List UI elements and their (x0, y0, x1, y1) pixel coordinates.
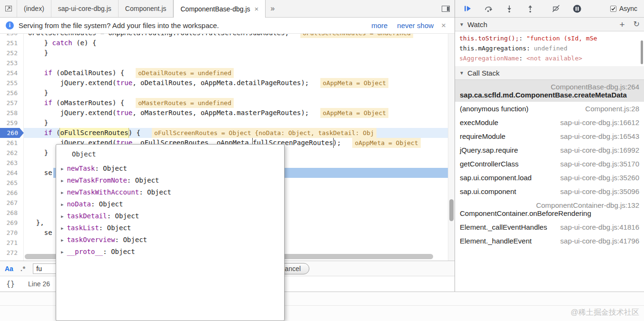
line-number[interactable]: 256 (0, 88, 24, 98)
line-number[interactable]: 254 (0, 68, 24, 78)
add-watch-icon[interactable]: + (619, 20, 624, 29)
line-number[interactable]: 258 (0, 108, 24, 118)
object-property[interactable]: ▶taskOverview: Object (61, 234, 284, 246)
object-property[interactable]: ▶newTaskFromNote: Object (61, 175, 284, 186)
line-number[interactable]: 263 (0, 158, 24, 168)
callstack-frame[interactable]: (anonymous function)Component.js:28 (455, 102, 644, 116)
callstack-section-header[interactable]: ▼ Call Stack (455, 66, 644, 80)
step-over-button[interactable] (484, 4, 493, 13)
expand-arrow-icon[interactable]: ▶ (61, 202, 63, 207)
editor-vertical-scrollbar[interactable] (448, 34, 455, 261)
expand-arrow-icon[interactable]: ▶ (61, 190, 63, 195)
watch-expression[interactable]: this.toString();: "function (sId, mSe (459, 33, 644, 43)
step-out-button[interactable] (525, 4, 535, 13)
line-number[interactable]: 266 (0, 188, 24, 198)
collapse-triangle-icon[interactable]: ▼ (459, 70, 464, 76)
line-number[interactable]: 251 (0, 38, 24, 48)
watch-expression[interactable]: this.mAggregations: undefined (459, 43, 644, 53)
file-tab[interactable]: sap-ui-core-dbg.js (51, 0, 119, 17)
pause-on-exceptions-button[interactable] (572, 4, 582, 13)
object-property[interactable]: ▶taskDetail: Object (61, 210, 284, 222)
callstack-frame[interactable]: sap.ui.component.loadsap-ui-core-dbg.js:… (455, 171, 644, 185)
async-checkbox[interactable] (610, 6, 616, 12)
step-into-button[interactable] (505, 4, 514, 13)
infobar-close-icon[interactable]: × (441, 21, 446, 30)
file-tab[interactable]: (index) (17, 0, 51, 17)
vertical-scroll-thumb[interactable] (449, 199, 454, 221)
line-number[interactable]: 259 (0, 118, 24, 128)
tab-close-icon[interactable]: × (255, 5, 259, 13)
watch-expression[interactable]: sAggregationName: <not available> (459, 53, 644, 63)
callstack-frame[interactable]: Element._handleEventsap-ui-core-dbg.js:4… (455, 234, 644, 248)
object-property[interactable]: ▶noData: Object (61, 198, 284, 210)
line-text: if (oMasterRoutes) {oMasterRoutes = unde… (24, 98, 448, 108)
debugger-sidebar: Async ▼ Watch + ↻ this.toString();: "fun… (455, 0, 644, 292)
property-value: Object (147, 188, 171, 196)
line-number[interactable]: 262 (0, 148, 24, 158)
expand-arrow-icon[interactable]: ▶ (61, 226, 63, 231)
highlighted-token[interactable]: oFullScreenRoutes (60, 128, 128, 138)
object-property[interactable]: ▶newTaskWithAccount: Object (61, 186, 284, 198)
callstack-frame[interactable]: ComponentBase-dbg.js:264sap.ca.scfld.md.… (455, 80, 644, 102)
expand-arrow-icon[interactable]: ▶ (61, 178, 63, 183)
line-number[interactable]: 250 (0, 34, 24, 38)
object-property[interactable]: ▶__proto__: Object (61, 246, 284, 258)
callstack-frame[interactable]: execModulesap-ui-core-dbg.js:16612 (455, 116, 644, 129)
refresh-watch-icon[interactable]: ↻ (634, 20, 640, 28)
code-segment: ) { (129, 128, 140, 138)
callstack-frame[interactable]: jQuery.sap.requiresap-ui-core-dbg.js:169… (455, 143, 644, 157)
object-property[interactable]: ▶taskList: Object (61, 222, 284, 234)
line-number[interactable]: 268 (0, 208, 24, 218)
expand-arrow-icon[interactable]: ▶ (61, 214, 63, 219)
expand-arrow-icon[interactable]: ▶ (61, 238, 63, 243)
frame-location: ComponentContainer-dbg.js:132 (460, 201, 639, 209)
expand-arrow-icon[interactable]: ▶ (61, 250, 63, 254)
line-number[interactable]: 260 (0, 128, 24, 138)
line-number[interactable]: 253 (0, 58, 24, 68)
tab-overflow-chevron[interactable]: » (266, 0, 279, 17)
file-tab[interactable]: Component.js (119, 0, 173, 17)
cursor-position: Line 26 (28, 280, 50, 288)
callstack-frame[interactable]: sap.ui.componentsap-ui-core-dbg.js:35096 (455, 185, 644, 198)
callstack-frame[interactable]: requireModulesap-ui-core-dbg.js:16543 (455, 129, 644, 143)
line-number[interactable]: 264 (0, 168, 24, 178)
line-number[interactable]: 270 (0, 228, 24, 238)
callstack-title: Call Stack (467, 69, 500, 77)
deactivate-breakpoints-button[interactable] (551, 4, 561, 13)
line-number[interactable]: 269 (0, 218, 24, 228)
regex-toggle[interactable]: .* (20, 265, 26, 272)
callstack-frame[interactable]: Element._callEventHandlessap-ui-core-dbg… (455, 220, 644, 234)
callstack-frame[interactable]: ComponentContainer-dbg.js:132ComponentCo… (455, 198, 644, 220)
pretty-print-icon[interactable]: {} (6, 280, 15, 288)
line-number[interactable]: 255 (0, 78, 24, 88)
navigator-icon[interactable] (0, 0, 17, 17)
panel-toggle-icon[interactable] (437, 0, 455, 17)
line-number[interactable]: 261 (0, 138, 24, 148)
line-number[interactable]: 271 (0, 238, 24, 248)
more-link[interactable]: more (371, 21, 387, 29)
property-separator: : (103, 248, 111, 255)
object-property[interactable]: ▶newTask: Object (61, 163, 284, 175)
match-case-toggle[interactable]: Aa (5, 265, 13, 272)
line-number[interactable]: 257 (0, 98, 24, 108)
sidebar-scroll-thumb[interactable] (641, 40, 643, 64)
code-segment: } (28, 48, 48, 58)
collapse-triangle-icon[interactable]: ▼ (459, 22, 464, 27)
callstack-frame[interactable]: getControllerClasssap-ui-core-dbg.js:351… (455, 157, 644, 171)
line-number[interactable]: 267 (0, 198, 24, 208)
line-number[interactable]: 272 (0, 248, 24, 258)
property-value: Object (123, 236, 147, 243)
code-segment: true (116, 78, 132, 88)
resume-button[interactable] (463, 4, 472, 13)
line-number[interactable]: 265 (0, 178, 24, 188)
workspace-info-bar: i Serving from the file system? Add your… (0, 18, 455, 34)
watch-section-header[interactable]: ▼ Watch + ↻ (455, 18, 644, 31)
code-segment: jQuery.extend( (28, 108, 116, 118)
never-show-link[interactable]: never show (397, 21, 434, 29)
expand-arrow-icon[interactable]: ▶ (61, 166, 63, 171)
async-toggle[interactable]: Async (610, 5, 637, 12)
line-number[interactable]: 252 (0, 48, 24, 58)
file-tab[interactable]: ComponentBase-dbg.js× (173, 0, 266, 18)
property-value: Object (111, 248, 135, 255)
info-icon: i (6, 21, 14, 29)
